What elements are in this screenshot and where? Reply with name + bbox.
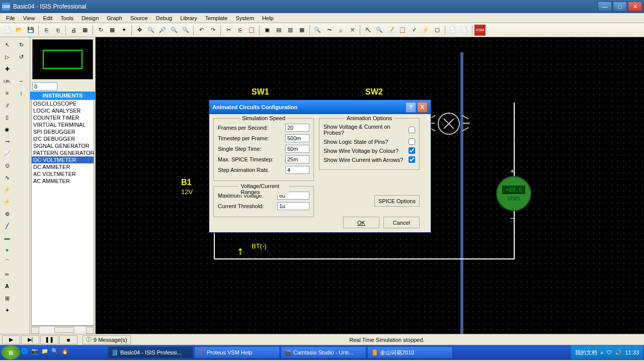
tray-icon[interactable]: 🔊 [615,349,622,356]
tpf-input[interactable] [285,134,309,142]
terminal-tool-icon[interactable]: ◉ [2,124,13,135]
instruments-list[interactable]: OSCILLOSCOPE LOGIC ANALYSER COUNTER TIME… [31,100,94,326]
dialog-titlebar[interactable]: Animated Circuits Configuration ? X [209,100,431,114]
find-icon[interactable]: 🔍 [374,25,385,36]
menu-design[interactable]: Design [77,14,103,22]
list-item[interactable]: I2C DEBUGGER [32,135,94,142]
menu-tools[interactable]: Tools [56,14,77,22]
quick-launch-icon[interactable]: 📁 [41,348,50,357]
grid-icon[interactable]: ▦ [107,25,118,36]
menu-source[interactable]: Source [126,14,152,22]
box-tool-icon[interactable]: ▬ [2,232,13,243]
refresh-icon[interactable]: ↻ [95,25,106,36]
pause-button[interactable]: ❚❚ [40,335,58,344]
print-icon[interactable]: 🖨 [68,25,79,36]
current-threshold-input[interactable] [277,202,309,210]
quick-launch-icon[interactable]: 🔍 [51,348,60,357]
opt-logic-checkbox[interactable] [409,138,415,145]
list-item[interactable]: SIGNAL GENERATOR [32,142,94,149]
chevron-icon[interactable]: » [600,349,603,355]
zoom-area-icon[interactable]: 🔍 [180,25,191,36]
h-scrollbar[interactable] [31,326,94,334]
page-icon[interactable]: ▦ [79,25,91,36]
ares-icon[interactable]: ▢ [432,25,443,36]
arc-tool-icon[interactable]: ⌒ [2,256,13,267]
sar-input[interactable] [285,166,309,174]
probe-v-tool-icon[interactable]: ⚡ [2,184,13,195]
stop-button[interactable]: ■ [59,335,77,344]
quick-launch-icon[interactable]: 🌐 [21,348,30,357]
list-item[interactable]: PATTERN GENERATOR [32,149,94,156]
generator-tool-icon[interactable]: ∿ [2,172,13,183]
fps-input[interactable] [285,124,309,132]
list-item[interactable]: OSCILLOSCOPE [32,100,94,107]
scroll-right-icon[interactable] [86,327,94,334]
probe-i-tool-icon[interactable]: ⚡ [2,196,13,207]
netlist-icon[interactable]: ⚡ [420,25,431,36]
wire-tool-icon[interactable]: ⤳ [324,25,335,36]
cut-icon[interactable]: ✂ [223,25,234,36]
redo-icon[interactable]: ↷ [207,25,218,36]
list-item[interactable]: SPI DEBUGGER [32,128,94,135]
opt-arrows-checkbox[interactable] [409,156,415,163]
taskbar-item[interactable]: ❓Proteus VSM Help [194,346,280,358]
list-item[interactable]: LOGIC ANALYSER [32,107,94,114]
menu-view[interactable]: View [19,14,39,22]
list-item[interactable]: VIRTUAL TERMINAL [32,121,94,128]
circle-tool-icon[interactable]: ● [2,244,13,255]
opt-probes-checkbox[interactable] [409,127,415,133]
list-item[interactable]: AC VOLTMETER [32,170,94,177]
quick-launch-icon[interactable]: 📷 [31,348,40,357]
bom-icon[interactable]: 📋 [397,25,408,36]
taskbar-item[interactable]: 📙金山词霸2010 [367,346,453,358]
taskbar-item[interactable]: 📘Basic04 - ISIS Professi... [108,346,193,358]
menu-library[interactable]: Library [176,14,201,22]
help-button[interactable]: ? [406,102,416,113]
pan-icon[interactable]: ✥ [134,25,145,36]
sst-input[interactable] [285,145,309,153]
bulb-component[interactable] [438,113,460,135]
flip-h-icon[interactable]: ↔ [16,75,27,86]
play-button[interactable]: ▶ [2,335,20,344]
copy-icon[interactable]: ⎘ [234,25,246,36]
list-item-selected[interactable]: DC VOLTMETER [32,156,94,163]
menu-system[interactable]: System [231,14,258,22]
symbol-tool-icon[interactable]: ⊞ [2,293,13,304]
new-icon[interactable]: 📄 [2,25,13,36]
menu-debug[interactable]: Debug [152,14,176,22]
rotate-cw-icon[interactable]: ↻ [16,39,27,50]
text2-tool-icon[interactable]: A [2,281,13,292]
zoom-in-icon[interactable]: 🔍 [145,25,156,36]
page2-icon[interactable]: 📄 [459,25,470,36]
autoroute-icon[interactable]: ⤱ [347,25,358,36]
erc-icon[interactable]: ✓ [409,25,420,36]
message-count[interactable]: 9 Message(s) [94,337,127,343]
taskbar-item[interactable]: 🎬Camtasia Studio - Unti... [281,346,366,358]
clock[interactable]: 11:33 [625,349,639,355]
instrument-tool-icon[interactable]: ⊚ [2,208,13,219]
flip-v-icon[interactable]: ↕ [16,87,27,99]
marker-tool-icon[interactable]: ✦ [2,305,13,316]
vsm-icon[interactable]: VSM [474,25,486,36]
save-icon[interactable]: 💾 [25,25,36,36]
block-delete-icon[interactable]: ▦ [296,25,307,36]
paste-icon[interactable]: 📋 [246,25,257,36]
spice-options-button[interactable]: SPICE Options [374,195,420,207]
select-tool-icon[interactable]: ↖ [2,39,13,50]
import-icon[interactable]: ⎘ [41,25,52,36]
menu-help[interactable]: Help [258,14,278,22]
subcircuit-tool-icon[interactable]: ▯ [2,112,13,123]
angle-input[interactable] [32,82,57,90]
page1-icon[interactable]: 📄 [447,25,458,36]
zoom-select-icon[interactable]: 🔍 [312,25,323,36]
menu-graph[interactable]: Graph [103,14,126,22]
quick-launch-icon[interactable]: 🔥 [61,348,70,357]
list-item[interactable]: AC AMMETER [32,177,94,185]
origin-icon[interactable]: ✦ [118,25,129,36]
pin-tool-icon[interactable]: ⊸ [2,136,13,147]
dialog-close-button[interactable]: X [417,102,428,113]
tape-tool-icon[interactable]: ⊙ [2,160,13,171]
bus-tool-icon[interactable]: ⫽ [2,100,13,111]
export-icon[interactable]: ⎗ [52,25,63,36]
block-move-icon[interactable]: ▤ [273,25,284,36]
